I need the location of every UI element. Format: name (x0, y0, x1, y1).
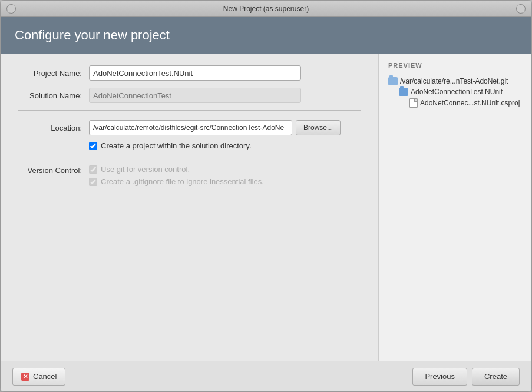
window-minimize-button[interactable] (516, 4, 526, 14)
project-name-label: Project Name: (18, 69, 89, 78)
window-close-button[interactable] (6, 4, 16, 14)
title-bar: New Project (as superuser) (1, 1, 531, 17)
location-input[interactable] (89, 120, 292, 135)
location-label: Location: (18, 124, 89, 132)
solution-name-input (89, 88, 301, 103)
tree-label-root: /var/calculate/re...nTest-AdoNet.git (400, 77, 508, 85)
main-panel: Project Name: Solution Name: Location: B… (1, 54, 378, 361)
solution-name-row: Solution Name: (18, 88, 361, 103)
content-area: Project Name: Solution Name: Location: B… (1, 54, 531, 361)
create-project-row: Create a project within the solution dir… (89, 141, 361, 150)
previous-button[interactable]: Previous (412, 368, 467, 386)
divider-1 (18, 110, 361, 111)
preview-label: PREVIEW (388, 62, 522, 69)
version-control-section: Version Control: Use git for version con… (18, 165, 361, 186)
tree-item-solution: AdoNetConnectionTest.NUnit (388, 87, 522, 97)
cancel-button[interactable]: ✕ Cancel (12, 368, 65, 386)
file-icon-csproj (409, 98, 418, 108)
navigation-buttons: Previous Create (412, 368, 520, 386)
project-name-row: Project Name: (18, 65, 361, 81)
tree-label-csproj: AdoNetConnec...st.NUnit.csproj (420, 99, 520, 107)
version-git-label: Use git for version control. (101, 165, 190, 174)
version-gitignore-label: Create a .gitignore file to ignore iness… (101, 177, 264, 186)
solution-name-label: Solution Name: (18, 91, 89, 100)
version-gitignore-row: Create a .gitignore file to ignore iness… (89, 177, 264, 186)
browse-button[interactable]: Browse... (296, 120, 341, 135)
version-gitignore-checkbox (89, 178, 97, 186)
create-project-label: Create a project within the solution dir… (101, 141, 252, 150)
folder-icon-root (388, 77, 398, 85)
tree-label-solution: AdoNetConnectionTest.NUnit (411, 88, 503, 96)
location-row: Location: Browse... (18, 120, 361, 135)
header: Configure your new project (1, 17, 531, 54)
preview-tree: /var/calculate/re...nTest-AdoNet.git Ado… (388, 76, 522, 109)
preview-panel: PREVIEW /var/calculate/re...nTest-AdoNet… (378, 54, 531, 361)
cancel-icon: ✕ (21, 373, 29, 381)
page-title: Configure your new project (15, 28, 170, 42)
project-name-input[interactable] (89, 65, 301, 81)
tree-item-project-file: AdoNetConnec...st.NUnit.csproj (388, 97, 522, 109)
version-git-row: Use git for version control. (89, 165, 264, 174)
tree-item-root: /var/calculate/re...nTest-AdoNet.git (388, 76, 522, 87)
footer: ✕ Cancel Previous Create (1, 361, 531, 391)
folder-icon-solution (399, 88, 408, 96)
create-project-checkbox[interactable] (89, 142, 97, 150)
cancel-label: Cancel (33, 372, 57, 381)
version-options: Use git for version control. Create a .g… (89, 165, 264, 186)
divider-2 (18, 155, 361, 155)
version-control-label: Version Control: (18, 165, 89, 175)
version-control-row: Version Control: Use git for version con… (18, 165, 361, 186)
window-title: New Project (as superuser) (223, 5, 309, 13)
version-git-checkbox (89, 165, 97, 174)
main-window: New Project (as superuser) Configure you… (0, 0, 532, 392)
create-button[interactable]: Create (472, 368, 520, 386)
